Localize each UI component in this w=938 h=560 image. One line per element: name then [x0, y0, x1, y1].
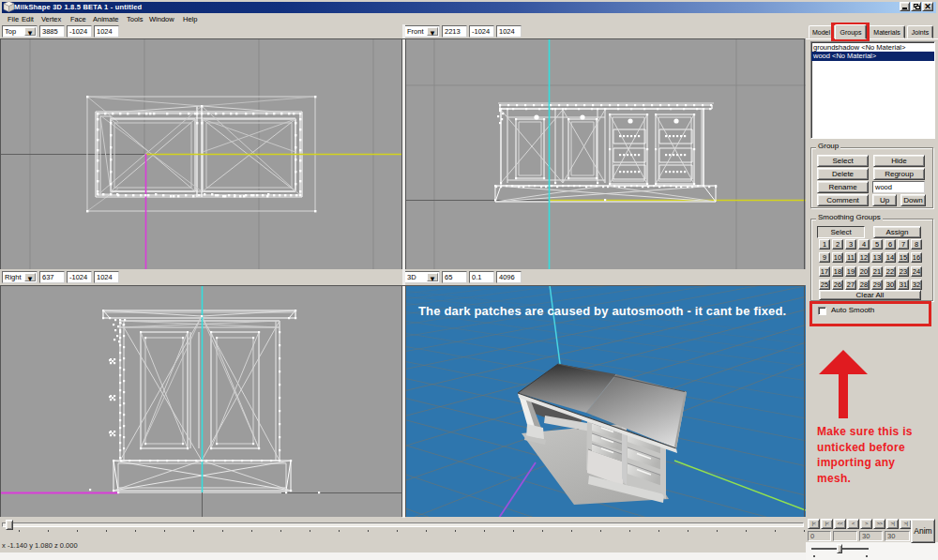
svg-text:The dark patches are caused by: The dark patches are caused by autosmoot…: [418, 304, 786, 318]
